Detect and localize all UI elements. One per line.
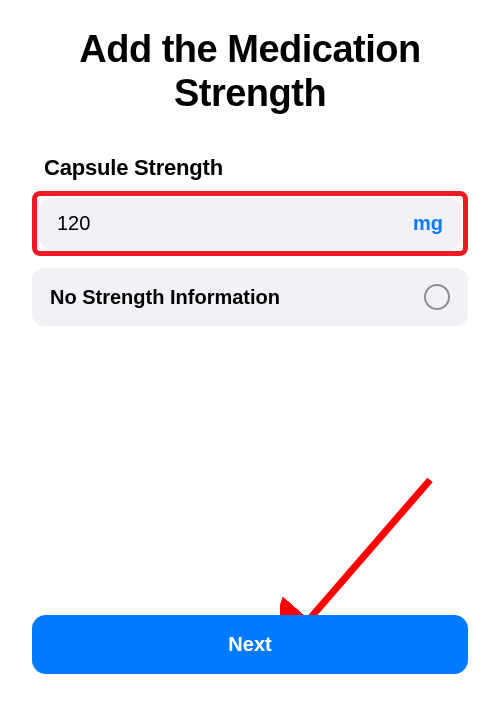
svg-line-1 — [300, 480, 430, 630]
page-title: Add the Medica­tion Strength — [0, 0, 500, 125]
strength-input-highlight: mg — [32, 191, 468, 256]
radio-unchecked-icon — [424, 284, 450, 310]
no-strength-option[interactable]: No Strength Information — [32, 268, 468, 326]
section-label: Capsule Strength — [0, 125, 500, 191]
strength-input[interactable] — [57, 212, 413, 235]
next-button[interactable]: Next — [32, 615, 468, 674]
strength-input-row[interactable]: mg — [39, 198, 461, 249]
no-strength-label: No Strength Information — [50, 286, 424, 309]
strength-unit[interactable]: mg — [413, 212, 443, 235]
